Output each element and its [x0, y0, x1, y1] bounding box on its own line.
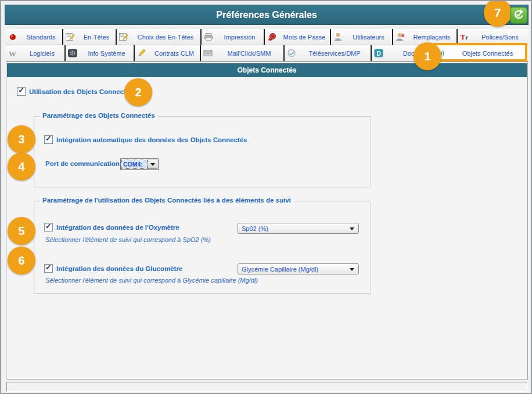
port-combobox[interactable]: COM4:: [120, 158, 159, 170]
glucometer-row: Intégration des données du Glucomètre: [44, 264, 182, 273]
callout-badge-2: 2: [124, 78, 152, 106]
group-tracking: Paramétrage de l'utilisation des Objets …: [34, 201, 371, 294]
tab-teleservices-dmp[interactable]: Téléservices/DMP: [285, 45, 372, 61]
tab-standards[interactable]: Standards: [6, 29, 63, 45]
oximeter-note: Sélectionner l'élément de suivi qui corr…: [45, 236, 211, 243]
glucometer-label: Intégration des données du Glucomètre: [56, 265, 182, 272]
tab-en-tetes[interactable]: En-Têtes: [63, 29, 117, 45]
fonts-sounds-icon: Tr: [458, 32, 472, 41]
glucometer-select-value: Glycémie Capillaire (Mg/dl): [242, 266, 318, 273]
validate-button[interactable]: [510, 7, 527, 24]
tab-label: Mail'Click/SMM: [215, 50, 283, 57]
main-panel: Objets Connectés Utilisation des Objets …: [6, 62, 528, 379]
headers-choice-icon: [117, 32, 131, 41]
tab-mots-de-passe[interactable]: Mots de Passe: [265, 29, 331, 45]
callout-badge-3: 3: [8, 125, 35, 153]
tab-label: Objets Connectés: [447, 50, 529, 57]
tab-row-1: Standards En-Têtes Choix des En-Têtes Im…: [6, 29, 529, 45]
glucometer-checkbox[interactable]: [44, 264, 53, 273]
port-label: Port de communication: [45, 160, 120, 167]
system-info-gear-icon: [66, 49, 80, 57]
oximeter-row: Intégration des données de l'Oxymètre: [44, 223, 179, 232]
tab-mailclick-smm[interactable]: Mail'Click/SMM: [201, 45, 285, 61]
chevron-down-icon: [350, 268, 354, 271]
tab-label: Utilisateurs: [345, 34, 392, 41]
chevron-down-icon: [350, 227, 354, 230]
port-combobox-arrow[interactable]: [148, 160, 157, 169]
substitute-user-icon: R: [393, 32, 407, 41]
callout-badge-6: 6: [8, 247, 35, 274]
printer-icon: [202, 32, 215, 41]
tab-choix-en-tetes[interactable]: Choix des En-Têtes: [117, 29, 202, 45]
group-tracking-title: Paramétrage de l'utilisation des Objets …: [39, 197, 294, 204]
chevron-down-icon: [150, 163, 155, 166]
tab-objets-connectes[interactable]: Objets Connectés: [433, 45, 529, 61]
tab-contrats-clm[interactable]: Contrats CLM: [135, 45, 201, 61]
tab-label: Téléservices/DMP: [299, 50, 371, 57]
tab-label: Standards: [20, 34, 62, 41]
group-settings-title: Paramétrage des Objets Connectés: [39, 112, 158, 119]
documents-d-icon: D: [372, 49, 386, 57]
tab-label: Polices/Sons: [472, 34, 529, 41]
section-title: Objets Connectés: [237, 66, 296, 74]
password-seal-icon: [265, 32, 279, 41]
callout-badge-1: 1: [414, 42, 441, 70]
preferences-window: Préférences Générales Standards En-Têtes: [0, 0, 532, 394]
tab-label: En-Têtes: [77, 34, 116, 41]
headers-icon: [63, 32, 77, 41]
red-dot-icon: [6, 34, 20, 41]
svg-text:R: R: [401, 33, 405, 38]
oximeter-checkbox[interactable]: [44, 223, 53, 232]
title-bar: Préférences Générales: [5, 5, 529, 25]
tab-label: Mots de Passe: [279, 34, 330, 41]
auto-integration-label: Intégration automatique des données des …: [56, 136, 247, 143]
auto-integration-checkbox[interactable]: [44, 135, 53, 144]
svg-text:r: r: [466, 34, 469, 41]
tab-impression[interactable]: Impression: [202, 29, 265, 45]
glucometer-select[interactable]: Glycémie Capillaire (Mg/dl): [238, 263, 359, 274]
tab-label: Info Système: [80, 50, 134, 57]
tab-row-2: W Logiciels Info Système Contrats CLM Ma…: [6, 45, 529, 62]
auto-integration-row: Intégration automatique des données des …: [44, 135, 247, 144]
tab-label: Logiciels: [20, 50, 64, 57]
tab-utilisateurs[interactable]: Utilisateurs: [331, 29, 393, 45]
pencil-icon: [135, 49, 149, 57]
svg-text:T: T: [461, 32, 466, 41]
mail-icon: [201, 49, 215, 57]
use-connected-objects-checkbox[interactable]: [17, 87, 26, 96]
use-connected-objects-row: Utilisation des Objets Connectés: [17, 87, 134, 96]
callout-badge-7: 7: [484, 0, 512, 27]
callout-badge-5: 5: [8, 217, 35, 245]
use-connected-objects-label: Utilisation des Objets Connectés: [29, 88, 134, 95]
teleservices-icon: [285, 49, 299, 57]
section-header-bar: Objets Connectés: [7, 63, 527, 77]
svg-text:W: W: [9, 49, 16, 58]
validate-check-icon: [513, 9, 524, 23]
tab-logiciels[interactable]: W Logiciels: [6, 45, 66, 61]
tab-label: Contrats CLM: [149, 50, 200, 57]
svg-text:D: D: [377, 50, 381, 57]
window-title: Préférences Générales: [216, 10, 317, 20]
oximeter-select[interactable]: Sp02 (%): [238, 223, 359, 234]
group-settings: Paramétrage des Objets Connectés Intégra…: [34, 116, 371, 187]
tab-info-systeme[interactable]: Info Système: [66, 45, 135, 61]
software-w-icon: W: [6, 49, 20, 57]
tab-label: Choix des En-Têtes: [131, 34, 200, 41]
status-bar: [6, 382, 527, 392]
tab-polices-sons[interactable]: Tr Polices/Sons: [458, 29, 529, 45]
tab-label: Remplaçants: [407, 34, 456, 41]
tab-label: Impression: [215, 34, 264, 41]
glucometer-note: Sélectionner l'élément de suivi qui corr…: [45, 277, 258, 284]
oximeter-label: Intégration des données de l'Oxymètre: [56, 224, 179, 231]
user-icon: [331, 32, 345, 41]
oximeter-select-value: Sp02 (%): [242, 225, 268, 232]
callout-badge-4: 4: [8, 153, 35, 180]
port-combobox-value: COM4:: [122, 160, 147, 168]
